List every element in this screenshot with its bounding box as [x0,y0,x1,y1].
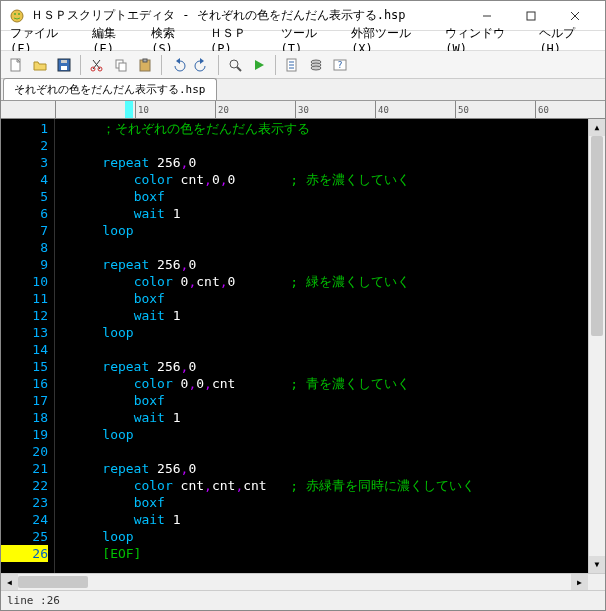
status-line-number: 26 [47,594,60,607]
line-number: 24 [1,511,48,528]
line-number: 16 [1,375,48,392]
code-line[interactable]: repeat 256,0 [71,460,588,477]
svg-rect-10 [61,66,67,70]
code-line[interactable] [71,239,588,256]
code-line[interactable]: loop [71,324,588,341]
line-number: 20 [1,443,48,460]
ruler-mark [55,101,58,118]
tab-bar: それぞれの色をだんだん表示する.hsp [1,79,605,101]
code-line[interactable]: color 0,cnt,0 ; 緑を濃くしていく [71,273,588,290]
svg-rect-19 [143,59,147,62]
scroll-down-arrow[interactable]: ▼ [589,556,605,573]
code-line[interactable]: wait 1 [71,409,588,426]
svg-marker-20 [176,58,180,64]
svg-marker-21 [200,58,204,64]
code-line[interactable]: color 0,0,cnt ; 青を濃くしていく [71,375,588,392]
cut-icon[interactable] [86,54,108,76]
svg-rect-17 [119,63,126,71]
code-line[interactable]: wait 1 [71,307,588,324]
line-number: 2 [1,137,48,154]
code-line[interactable]: boxf [71,290,588,307]
ruler-mark: 20 [215,101,229,118]
svg-point-2 [18,13,20,15]
ruler-cursor [125,101,133,118]
line-number: 1 [1,120,48,137]
line-number: 5 [1,188,48,205]
redo-icon[interactable] [191,54,213,76]
line-number: 10 [1,273,48,290]
copy-icon[interactable] [110,54,132,76]
line-number: 19 [1,426,48,443]
code-line[interactable] [71,443,588,460]
line-number: 21 [1,460,48,477]
scroll-left-arrow[interactable]: ◀ [1,574,18,590]
undo-icon[interactable] [167,54,189,76]
svg-point-0 [11,10,23,22]
code-line[interactable]: ；それぞれの色をだんだん表示する [71,120,588,137]
svg-rect-11 [61,60,67,63]
code-line[interactable]: repeat 256,0 [71,256,588,273]
svg-text:?: ? [337,60,342,70]
run-icon[interactable] [248,54,270,76]
code-line[interactable]: boxf [71,494,588,511]
line-number: 6 [1,205,48,222]
vertical-scrollbar[interactable]: ▲ ▼ [588,119,605,573]
line-number: 23 [1,494,48,511]
line-number: 11 [1,290,48,307]
paste-icon[interactable] [134,54,156,76]
code-line[interactable] [71,137,588,154]
build-icon[interactable] [305,54,327,76]
code-line[interactable]: wait 1 [71,511,588,528]
svg-marker-24 [255,60,264,70]
scroll-right-arrow[interactable]: ▶ [571,574,588,590]
save-file-icon[interactable] [53,54,75,76]
search-icon[interactable] [224,54,246,76]
horizontal-scrollbar[interactable]: ◀ ▶ [1,573,605,590]
code-line[interactable]: boxf [71,188,588,205]
ruler-mark: 60 [535,101,549,118]
line-number: 8 [1,239,48,256]
compile-icon[interactable] [281,54,303,76]
code-line[interactable] [71,341,588,358]
code-line[interactable]: boxf [71,392,588,409]
line-number: 9 [1,256,48,273]
line-number: 25 [1,528,48,545]
code-line[interactable]: loop [71,222,588,239]
svg-point-1 [14,13,16,15]
code-line[interactable]: wait 1 [71,205,588,222]
scroll-up-arrow[interactable]: ▲ [589,119,605,136]
horizontal-scroll-thumb[interactable] [18,576,88,588]
code-area[interactable]: ；それぞれの色をだんだん表示する repeat 256,0 color cnt,… [55,119,588,573]
code-line[interactable]: [EOF] [71,545,588,562]
code-line[interactable]: repeat 256,0 [71,154,588,171]
help-icon[interactable]: ? [329,54,351,76]
ruler-mark: 10 [135,101,149,118]
line-number: 26 [1,545,48,562]
open-file-icon[interactable] [29,54,51,76]
line-number: 4 [1,171,48,188]
line-number: 14 [1,341,48,358]
file-tab[interactable]: それぞれの色をだんだん表示する.hsp [3,78,217,100]
code-line[interactable]: loop [71,528,588,545]
line-number: 13 [1,324,48,341]
status-bar: line : 26 [1,590,605,610]
vertical-scroll-thumb[interactable] [591,136,603,336]
code-line[interactable]: color cnt,0,0 ; 赤を濃くしていく [71,171,588,188]
editor: 1234567891011121314151617181920212223242… [1,119,605,573]
status-line-label: line : [7,594,47,607]
code-line[interactable]: color cnt,cnt,cnt ; 赤緑青を同時に濃くしていく [71,477,588,494]
ruler: 102030405060 [1,101,605,119]
window-title: ＨＳＰスクリプトエディタ - それぞれの色をだんだん表示する.hsp [31,7,465,24]
new-file-icon[interactable] [5,54,27,76]
app-icon [9,8,25,24]
code-line[interactable]: loop [71,426,588,443]
ruler-mark: 40 [375,101,389,118]
ruler-mark: 50 [455,101,469,118]
line-number: 17 [1,392,48,409]
code-line[interactable]: repeat 256,0 [71,358,588,375]
line-number: 15 [1,358,48,375]
menu-bar: ファイル(F) 編集(E) 検索(S) ＨＳＰ(P) ツール(T) 外部ツール(… [1,31,605,51]
svg-point-22 [230,60,238,68]
toolbar: ? [1,51,605,79]
svg-point-31 [311,66,321,70]
